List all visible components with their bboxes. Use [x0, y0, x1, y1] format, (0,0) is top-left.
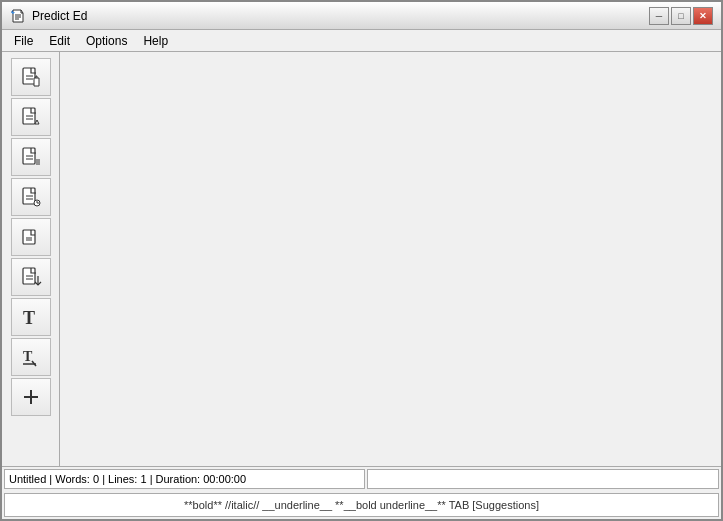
minimize-button[interactable]: ─ — [649, 7, 669, 25]
app-icon — [10, 8, 26, 24]
svg-text:T: T — [23, 349, 33, 364]
status-right-panel — [367, 469, 720, 489]
title-bar: Predict Ed ─ □ ✕ — [2, 2, 721, 30]
title-bar-text: Predict Ed — [32, 9, 649, 23]
menu-help[interactable]: Help — [135, 32, 176, 50]
toolbar-btn-save-doc[interactable] — [11, 258, 51, 296]
hint-bar: **bold** //italic// __underline__ **__bo… — [4, 493, 719, 517]
toolbar-btn-new-doc-3[interactable] — [11, 138, 51, 176]
editor-area[interactable] — [60, 52, 721, 466]
menu-file[interactable]: File — [6, 32, 41, 50]
main-window: Predict Ed ─ □ ✕ File Edit Options Help — [0, 0, 723, 521]
title-bar-controls: ─ □ ✕ — [649, 7, 713, 25]
toolbar-btn-add[interactable] — [11, 378, 51, 416]
maximize-button[interactable]: □ — [671, 7, 691, 25]
main-content: T T — [2, 52, 721, 466]
menu-options[interactable]: Options — [78, 32, 135, 50]
bottom-area: Untitled | Words: 0 | Lines: 1 | Duratio… — [2, 466, 721, 519]
toolbar-btn-format-tool[interactable]: T — [11, 338, 51, 376]
toolbar-btn-new-doc-2[interactable] — [11, 98, 51, 136]
toolbar-btn-open-doc[interactable] — [11, 218, 51, 256]
status-text: Untitled | Words: 0 | Lines: 1 | Duratio… — [4, 469, 365, 489]
menu-bar: File Edit Options Help — [2, 30, 721, 52]
close-button[interactable]: ✕ — [693, 7, 713, 25]
toolbar-btn-text-tool[interactable]: T — [11, 298, 51, 336]
svg-rect-24 — [23, 230, 35, 244]
svg-text:T: T — [23, 308, 35, 328]
toolbar-btn-new-doc-1[interactable] — [11, 58, 51, 96]
menu-edit[interactable]: Edit — [41, 32, 78, 50]
toolbar-btn-new-doc-4[interactable] — [11, 178, 51, 216]
status-bar: Untitled | Words: 0 | Lines: 1 | Duratio… — [2, 467, 721, 491]
toolbar: T T — [2, 52, 60, 466]
